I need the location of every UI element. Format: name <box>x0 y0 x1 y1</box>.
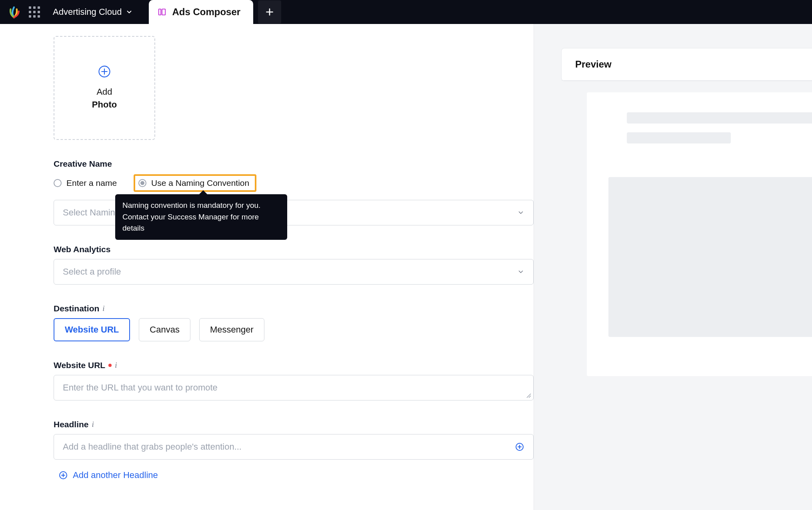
preview-text-placeholder <box>627 132 731 143</box>
preview-pane: Preview <box>534 24 812 510</box>
website-url-input[interactable]: Enter the URL that you want to promote <box>54 375 534 400</box>
radio-icon <box>54 179 62 187</box>
required-indicator <box>108 364 112 367</box>
tab-ads-composer[interactable]: Ads Composer <box>149 0 253 24</box>
radio-use-naming-convention[interactable]: Use a Naming Convention <box>134 174 256 192</box>
chevron-down-icon <box>517 268 524 275</box>
add-photo-dropzone[interactable]: AddPhoto <box>54 36 155 140</box>
section-headline: Headline i Add a headline that grabs peo… <box>54 420 534 480</box>
section-website-url: Website URL i Enter the URL that you wan… <box>54 361 534 400</box>
web-analytics-select[interactable]: Select a profile <box>54 259 534 285</box>
section-web-analytics: Web Analytics Select a profile <box>54 245 534 285</box>
naming-convention-tooltip: Naming convention is mandatory for you. … <box>115 194 287 240</box>
preview-title: Preview <box>562 48 812 81</box>
destination-website-url[interactable]: Website URL <box>54 318 130 341</box>
radio-convention-label: Use a Naming Convention <box>151 178 249 188</box>
new-tab-button[interactable] <box>258 0 281 24</box>
app-topbar: Advertising Cloud Ads Composer <box>0 0 812 24</box>
input-placeholder: Enter the URL that you want to promote <box>63 382 218 393</box>
destination-label: Destination <box>54 304 99 313</box>
preview-text-placeholder <box>627 112 812 124</box>
product-switcher[interactable]: Advertising Cloud <box>53 7 133 17</box>
app-launcher-icon[interactable] <box>29 6 40 18</box>
radio-icon <box>138 179 146 187</box>
info-icon[interactable]: i <box>92 420 94 429</box>
destination-canvas[interactable]: Canvas <box>139 318 190 341</box>
headline-label: Headline <box>54 420 89 429</box>
preview-media-placeholder <box>608 177 812 337</box>
add-headline-inline-icon[interactable] <box>515 442 524 452</box>
svg-rect-0 <box>159 9 161 15</box>
section-destination: Destination i Website URL Canvas Messeng… <box>54 304 534 341</box>
web-analytics-label: Web Analytics <box>54 245 534 254</box>
add-photo-plus-icon <box>98 65 111 78</box>
add-another-headline-label: Add another Headline <box>73 470 158 480</box>
chevron-down-icon <box>126 8 133 16</box>
resize-handle-icon[interactable] <box>526 393 532 398</box>
composer-form: AddPhoto Creative Name Enter a name Use … <box>0 24 534 510</box>
svg-rect-1 <box>162 9 165 15</box>
ads-composer-icon <box>158 8 166 16</box>
website-url-label: Website URL <box>54 361 105 370</box>
radio-enter-name[interactable]: Enter a name <box>54 178 117 188</box>
add-photo-label: AddPhoto <box>92 86 117 111</box>
app-logo <box>7 5 21 19</box>
plus-circle-icon <box>58 470 68 480</box>
tab-label: Ads Composer <box>172 6 240 18</box>
chevron-down-icon <box>517 209 524 216</box>
preview-placeholder <box>587 92 812 376</box>
radio-enter-name-label: Enter a name <box>66 178 117 188</box>
creative-name-label: Creative Name <box>54 159 534 169</box>
preview-card: Preview <box>561 48 812 81</box>
info-icon[interactable]: i <box>102 304 104 313</box>
destination-messenger[interactable]: Messenger <box>199 318 264 341</box>
plus-icon <box>264 7 275 17</box>
info-icon[interactable]: i <box>115 361 117 370</box>
product-name: Advertising Cloud <box>53 7 122 17</box>
headline-input[interactable]: Add a headline that grabs people's atten… <box>54 434 534 460</box>
add-another-headline-button[interactable]: Add another Headline <box>58 470 534 480</box>
select-placeholder: Select a profile <box>63 267 121 277</box>
section-creative-name: Creative Name Enter a name Use a Naming … <box>54 159 534 225</box>
input-placeholder: Add a headline that grabs people's atten… <box>63 442 242 452</box>
